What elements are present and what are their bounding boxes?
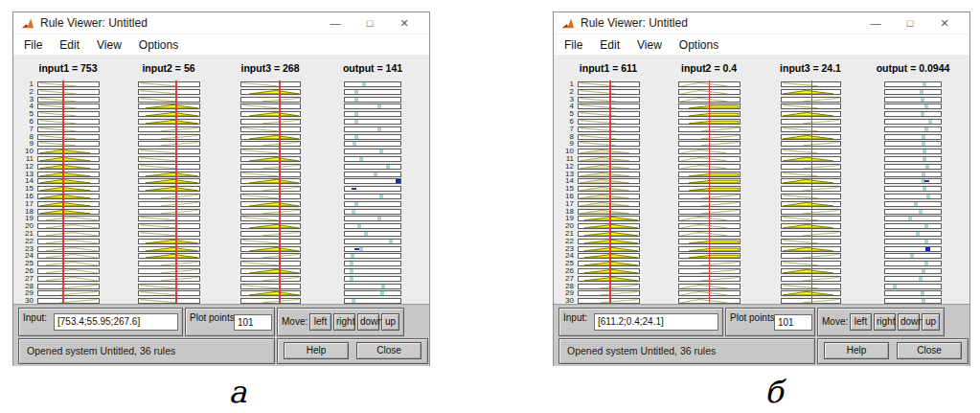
mf-plot-input1[interactable] bbox=[37, 253, 100, 259]
mf-plot-input2[interactable] bbox=[138, 156, 200, 162]
mf-plot-input3[interactable] bbox=[240, 231, 301, 237]
output-plot[interactable] bbox=[884, 261, 942, 266]
mf-plot-input3[interactable] bbox=[240, 261, 301, 266]
rule-row[interactable]: 20 bbox=[554, 222, 969, 230]
mf-plot-input3[interactable] bbox=[240, 209, 301, 215]
output-plot[interactable] bbox=[344, 111, 401, 117]
output-plot[interactable] bbox=[884, 126, 942, 132]
output-plot[interactable] bbox=[884, 164, 942, 170]
rule-row[interactable]: 22 bbox=[554, 238, 969, 245]
output-plot[interactable] bbox=[344, 126, 401, 132]
output-plot[interactable] bbox=[884, 103, 942, 109]
mf-plot-input2[interactable] bbox=[138, 178, 200, 184]
mf-plot-input3[interactable] bbox=[240, 201, 301, 207]
rule-row[interactable]: 30 bbox=[13, 297, 429, 304]
mf-plot-input1[interactable] bbox=[37, 231, 100, 237]
mf-plot-input2[interactable] bbox=[138, 276, 200, 282]
rule-row[interactable]: 9 bbox=[13, 140, 429, 148]
output-plot[interactable] bbox=[884, 201, 942, 207]
mf-plot-input1[interactable] bbox=[37, 186, 100, 192]
mf-plot-input3[interactable] bbox=[240, 156, 301, 162]
output-plot[interactable] bbox=[884, 81, 942, 87]
mf-plot-input1[interactable] bbox=[37, 149, 100, 154]
move-up-button[interactable]: up bbox=[381, 313, 399, 331]
rule-row[interactable]: 10 bbox=[554, 148, 969, 155]
mf-plot-input2[interactable] bbox=[138, 194, 200, 199]
rule-row[interactable]: 18 bbox=[13, 208, 429, 216]
help-button[interactable]: Help bbox=[284, 342, 349, 359]
rule-row[interactable]: 10 bbox=[13, 148, 429, 155]
mf-plot-input2[interactable] bbox=[138, 103, 200, 109]
mf-plot-input3[interactable] bbox=[240, 164, 301, 170]
mf-plot-input1[interactable] bbox=[37, 246, 100, 252]
output-plot[interactable] bbox=[884, 253, 942, 259]
output-plot[interactable] bbox=[884, 97, 942, 103]
close-icon[interactable]: ✕ bbox=[927, 12, 962, 34]
plot-points-field[interactable]: 101 bbox=[774, 314, 812, 331]
rule-row[interactable]: 5 bbox=[554, 110, 969, 118]
output-plot[interactable] bbox=[884, 216, 942, 221]
output-plot[interactable] bbox=[344, 81, 401, 87]
mf-plot-input3[interactable] bbox=[240, 111, 301, 117]
input-field[interactable]: [753.4;55.95;267.6] bbox=[54, 313, 178, 331]
mf-plot-input1[interactable] bbox=[37, 268, 100, 274]
output-plot[interactable] bbox=[884, 290, 942, 296]
mf-plot-input2[interactable] bbox=[138, 111, 200, 117]
mf-plot-input2[interactable] bbox=[138, 216, 200, 221]
mf-plot-input2[interactable] bbox=[138, 126, 200, 132]
mf-plot-input2[interactable] bbox=[138, 119, 200, 125]
output-plot[interactable] bbox=[884, 209, 942, 215]
mf-plot-input1[interactable] bbox=[37, 156, 100, 162]
rule-row[interactable]: 29 bbox=[13, 289, 429, 297]
mf-plot-input1[interactable] bbox=[37, 164, 100, 170]
mf-plot-input3[interactable] bbox=[240, 246, 301, 252]
input-value-line[interactable] bbox=[609, 80, 611, 303]
mf-plot-input2[interactable] bbox=[138, 209, 200, 215]
output-plot[interactable] bbox=[344, 239, 401, 244]
rule-row[interactable]: 1 bbox=[13, 80, 429, 88]
output-plot[interactable] bbox=[344, 156, 401, 162]
mf-plot-input2[interactable] bbox=[138, 268, 200, 274]
rule-row[interactable]: 28 bbox=[13, 283, 429, 290]
output-plot[interactable] bbox=[344, 276, 401, 282]
rule-row[interactable]: 30 bbox=[554, 297, 969, 304]
rule-row[interactable]: 25 bbox=[13, 260, 429, 267]
minimize-icon[interactable]: — bbox=[318, 12, 353, 34]
rule-row[interactable]: 18 bbox=[554, 208, 969, 216]
output-plot[interactable] bbox=[344, 290, 401, 296]
mf-plot-input1[interactable] bbox=[37, 178, 100, 184]
rule-row[interactable]: 3 bbox=[554, 96, 969, 103]
mf-plot-input1[interactable] bbox=[37, 223, 100, 229]
mf-plot-input1[interactable] bbox=[37, 284, 100, 289]
mf-plot-input1[interactable] bbox=[37, 134, 100, 140]
output-plot[interactable] bbox=[884, 178, 942, 184]
rule-row[interactable]: 27 bbox=[554, 275, 969, 283]
mf-plot-input2[interactable] bbox=[138, 253, 200, 259]
output-plot[interactable] bbox=[884, 111, 942, 117]
mf-plot-input1[interactable] bbox=[37, 89, 100, 95]
rule-row[interactable]: 11 bbox=[13, 155, 429, 163]
menu-view[interactable]: View bbox=[97, 38, 122, 52]
output-plot[interactable] bbox=[884, 284, 942, 289]
mf-plot-input3[interactable] bbox=[240, 186, 301, 192]
output-plot[interactable] bbox=[344, 186, 401, 192]
output-plot[interactable] bbox=[344, 268, 401, 274]
rule-row[interactable]: 29 bbox=[554, 289, 969, 297]
mf-plot-input1[interactable] bbox=[37, 209, 100, 215]
output-plot[interactable] bbox=[884, 156, 942, 162]
output-plot[interactable] bbox=[344, 201, 401, 207]
mf-plot-input3[interactable] bbox=[240, 194, 301, 199]
rule-row[interactable]: 12 bbox=[13, 163, 429, 171]
mf-plot-input3[interactable] bbox=[240, 126, 301, 132]
mf-plot-input1[interactable] bbox=[37, 111, 100, 117]
mf-plot-input1[interactable] bbox=[37, 103, 100, 109]
move-right-button[interactable]: right bbox=[333, 313, 355, 331]
mf-plot-input2[interactable] bbox=[138, 290, 200, 296]
mf-plot-input1[interactable] bbox=[37, 172, 100, 177]
output-plot[interactable] bbox=[884, 194, 942, 199]
close-button[interactable]: Close bbox=[897, 342, 962, 359]
mf-plot-input3[interactable] bbox=[240, 223, 301, 229]
rule-row[interactable]: 21 bbox=[13, 230, 429, 238]
output-plot[interactable] bbox=[344, 261, 401, 266]
rule-row[interactable]: 14 bbox=[554, 177, 969, 185]
